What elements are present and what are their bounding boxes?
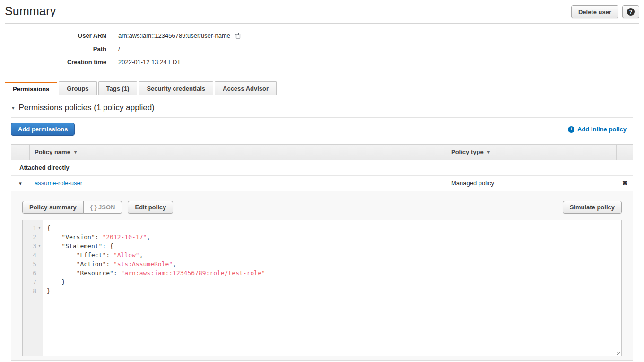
permissions-tab-panel: ▾ Permissions policies (1 policy applied… — [5, 95, 639, 362]
iam-user-summary-page: Summary Delete user ? User ARN arn:aws:i… — [0, 0, 644, 362]
remove-policy-icon[interactable]: ✖ — [622, 180, 627, 187]
fold-toggle-icon[interactable]: ▾ — [36, 241, 43, 250]
tab-permissions[interactable]: Permissions — [5, 82, 57, 95]
path-label: Path — [5, 45, 118, 52]
help-icon: ? — [627, 8, 635, 16]
tab-access-advisor[interactable]: Access Advisor — [215, 81, 277, 95]
user-info-section: User ARN arn:aws:iam::123456789:user/use… — [5, 24, 639, 78]
fold-toggle-icon[interactable]: ▾ — [36, 224, 43, 233]
path-row: Path / — [5, 45, 639, 52]
creation-time-row: Creation time 2022-01-12 13:24 EDT — [5, 59, 639, 66]
json-view-button[interactable]: { } JSON — [83, 201, 122, 214]
policy-view-toggle: Policy summary { } JSON — [22, 201, 122, 214]
policy-row: ▾ assume-role-user Managed policy ✖ — [11, 176, 633, 191]
editor-line-number-gutter[interactable]: 1▾23▾45678 — [23, 220, 43, 356]
policy-json-editor[interactable]: 1▾23▾45678 { "Version": "2012-10-17", "S… — [22, 220, 622, 356]
delete-user-button[interactable]: Delete user — [571, 5, 618, 18]
policy-name-column-header[interactable]: Policy name ▾ — [30, 145, 446, 160]
policies-table: Policy name ▾ Policy type ▾ Attached dir… — [11, 144, 633, 362]
tab-tags[interactable]: Tags (1) — [98, 81, 138, 95]
user-arn-row: User ARN arn:aws:iam::123456789:user/use… — [5, 32, 639, 39]
creation-time-value: 2022-01-12 13:24 EDT — [118, 59, 181, 66]
add-inline-policy-label: Add inline policy — [577, 126, 627, 133]
header-remove-cell — [617, 145, 633, 160]
section-collapse-icon: ▾ — [12, 105, 15, 111]
header-expander-cell — [11, 145, 30, 160]
attached-directly-group-row: Attached directly — [11, 160, 633, 176]
policy-row-expander-icon[interactable]: ▾ — [19, 180, 22, 187]
section-divider — [11, 117, 633, 118]
editor-code-area[interactable]: { "Version": "2012-10-17", "Statement": … — [43, 220, 621, 356]
user-arn-value: arn:aws:iam::123456789:user/user-name — [118, 32, 230, 39]
sort-arrow-icon: ▾ — [74, 148, 77, 156]
page-title: Summary — [5, 4, 56, 18]
copy-icon[interactable] — [234, 32, 241, 39]
plus-circle-icon: + — [568, 126, 574, 133]
tab-security-credentials[interactable]: Security credentials — [139, 81, 213, 95]
add-inline-policy-link[interactable]: + Add inline policy — [568, 126, 627, 133]
policy-detail-panel: Policy summary { } JSON Edit policy Simu… — [11, 191, 633, 361]
attached-directly-label: Attached directly — [11, 160, 74, 175]
policy-actions-row: Add permissions + Add inline policy — [11, 123, 633, 136]
permissions-policies-section-toggle[interactable]: ▾ Permissions policies (1 policy applied… — [11, 102, 633, 112]
user-arn-label: User ARN — [5, 32, 118, 39]
policy-type-column-header[interactable]: Policy type ▾ — [446, 145, 617, 160]
policy-detail-toolbar: Policy summary { } JSON Edit policy Simu… — [22, 201, 622, 214]
edit-policy-button[interactable]: Edit policy — [128, 201, 173, 214]
help-button[interactable]: ? — [622, 5, 639, 18]
sort-arrow-icon: ▾ — [487, 148, 490, 156]
creation-time-label: Creation time — [5, 59, 118, 66]
policy-name-link[interactable]: assume-role-user — [35, 180, 82, 187]
policy-summary-button[interactable]: Policy summary — [22, 201, 84, 214]
permissions-policies-title: Permissions policies (1 policy applied) — [19, 103, 155, 112]
page-header: Summary Delete user ? — [5, 0, 639, 24]
header-actions: Delete user ? — [571, 4, 639, 18]
policies-table-header: Policy name ▾ Policy type ▾ — [11, 144, 633, 160]
path-value: / — [118, 45, 120, 52]
tab-bar: Permissions Groups Tags (1) Security cre… — [5, 81, 639, 95]
add-permissions-button[interactable]: Add permissions — [11, 123, 75, 136]
policy-type-value: Managed policy — [451, 180, 494, 187]
tab-groups[interactable]: Groups — [59, 81, 96, 95]
simulate-policy-button[interactable]: Simulate policy — [563, 201, 622, 214]
